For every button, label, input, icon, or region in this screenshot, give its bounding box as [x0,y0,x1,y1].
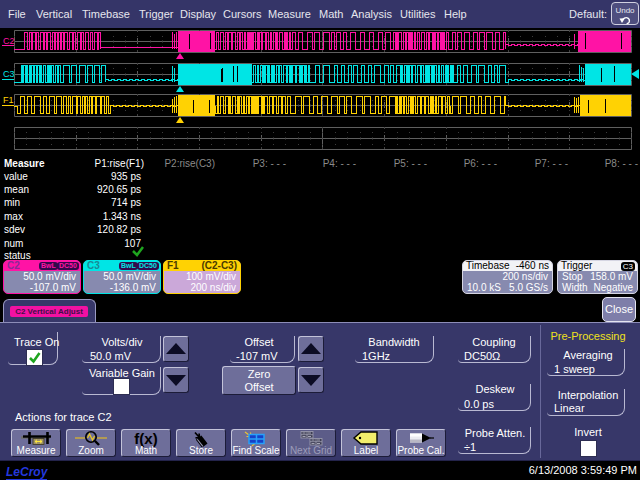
svg-text:C3: C3 [3,69,15,79]
svg-text:F1: F1 [3,95,14,105]
svg-text:C2: C2 [3,36,15,46]
